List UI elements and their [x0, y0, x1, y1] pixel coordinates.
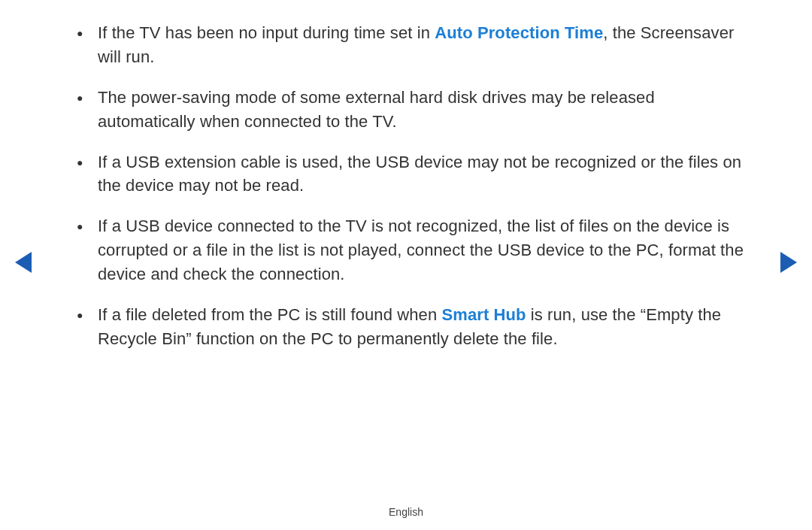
bullet-text-pre: If a file deleted from the PC is still f…: [98, 305, 441, 324]
bullet-text-pre: If the TV has been no input during time …: [98, 23, 435, 42]
highlight-smart-hub: Smart Hub: [441, 305, 526, 324]
footer-language: English: [0, 506, 812, 518]
document-content: If the TV has been no input during time …: [0, 0, 812, 351]
list-item: If a file deleted from the PC is still f…: [68, 303, 744, 351]
next-page-arrow-icon[interactable]: [780, 252, 797, 273]
list-item: If a USB device connected to the TV is n…: [68, 214, 744, 286]
list-item: The power-saving mode of some external h…: [68, 86, 744, 134]
bullet-text-pre: If a USB extension cable is used, the US…: [98, 153, 741, 195]
bullet-text-pre: If a USB device connected to the TV is n…: [98, 217, 744, 283]
list-item: If the TV has been no input during time …: [68, 21, 744, 69]
prev-page-arrow-icon[interactable]: [15, 252, 32, 273]
highlight-auto-protection-time: Auto Protection Time: [435, 23, 603, 42]
bullet-list: If the TV has been no input during time …: [68, 21, 744, 351]
list-item: If a USB extension cable is used, the US…: [68, 150, 744, 198]
bullet-text-pre: The power-saving mode of some external h…: [98, 88, 655, 131]
